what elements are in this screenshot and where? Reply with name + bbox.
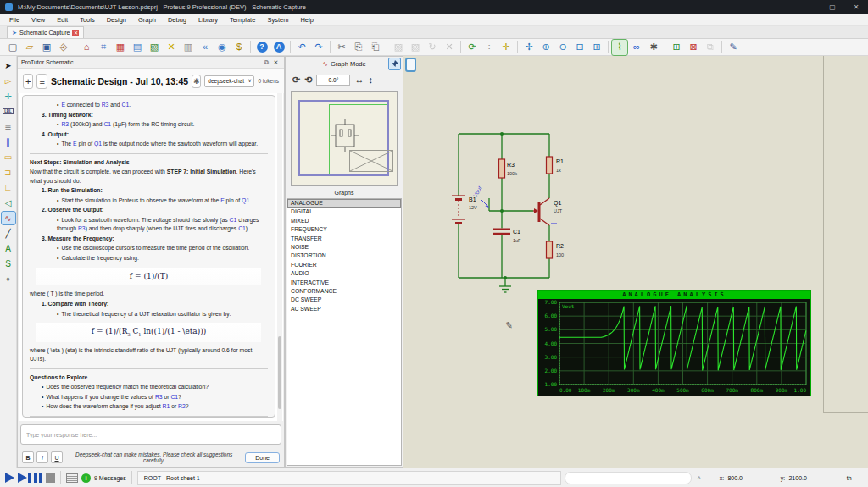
text-script-mode-button[interactable]: ≣ [2, 120, 15, 133]
rotate-cw-button[interactable]: ⟳ [292, 75, 300, 86]
selection-mode-button[interactable]: ➤ [2, 59, 15, 72]
terminal-mode-button[interactable]: ⊐ [2, 166, 15, 179]
mirror-vertical-button[interactable]: ↕ [368, 75, 373, 85]
component-battery-b1[interactable]: B1 12V [452, 196, 477, 224]
close-panel-icon[interactable]: ✕ [271, 59, 281, 66]
bold-button[interactable]: B [22, 451, 34, 463]
pan-button[interactable]: ✢ [521, 40, 537, 55]
minimize-button[interactable]: — [797, 0, 821, 14]
schematic-canvas[interactable]: B1 12V R3 100k R1 1k [403, 56, 868, 468]
wire-autorouter-button[interactable]: ⌇ [612, 40, 627, 55]
block-delete-button[interactable]: ✕ [442, 40, 457, 55]
command-strip[interactable] [565, 472, 692, 484]
graph-type-conformance[interactable]: CONFORMANCE [287, 287, 401, 296]
component-resistor-r2[interactable]: R2 100 [547, 241, 565, 258]
step-button[interactable] [18, 473, 31, 483]
menu-file[interactable]: File [3, 14, 25, 26]
graph-mode-button[interactable]: ∿ [2, 212, 15, 224]
component-ujt-q1[interactable]: Q1 UJT [533, 198, 563, 227]
rotation-angle-field[interactable] [316, 75, 350, 86]
tab-schematic-capture[interactable]: ➤ Schematic Capture ✕ [7, 26, 84, 38]
redraw-button[interactable]: ⟳ [465, 40, 480, 55]
redo-button[interactable]: ↷ [311, 40, 326, 55]
remove-sheet-button[interactable]: ⊠ [686, 40, 701, 55]
stop-button[interactable] [46, 473, 55, 483]
help-button[interactable]: ? [254, 40, 270, 55]
simulation-log-icon[interactable] [66, 473, 78, 483]
close-button[interactable]: ✕ [844, 0, 868, 14]
generator-mode-button[interactable]: ◁ [2, 196, 15, 209]
menu-graph[interactable]: Graph [132, 14, 162, 26]
component-mode-button[interactable]: ▻ [2, 75, 15, 87]
origin-button[interactable]: ✛ [498, 40, 514, 55]
search-components-button[interactable]: ◉ [214, 40, 230, 55]
graph-type-mixed[interactable]: MIXED [287, 217, 401, 225]
import-project-button[interactable]: ⎆ [56, 40, 71, 55]
wire-label-mode-button[interactable]: LBL [2, 105, 15, 118]
zoom-in-button[interactable]: ⊕ [538, 40, 554, 55]
menu-tools[interactable]: Tools [74, 14, 101, 26]
graph-type-dc-sweep[interactable]: DC SWEEP [287, 296, 401, 304]
new-chat-button[interactable]: + [23, 74, 33, 89]
menu-debug[interactable]: Debug [162, 14, 192, 26]
graph-type-analogue[interactable]: ANALOGUE [287, 199, 401, 208]
menu-system[interactable]: System [261, 14, 294, 26]
pin-panel-button[interactable] [388, 58, 401, 70]
menu-edit[interactable]: Edit [51, 14, 74, 26]
float-panel-icon[interactable]: ⧉ [262, 59, 271, 66]
done-button[interactable]: Done [245, 452, 280, 463]
2d-text-mode-button[interactable]: A [2, 242, 15, 255]
voltage-probe-vout[interactable]: Vout [472, 185, 489, 208]
response-input[interactable] [20, 424, 281, 445]
schematic-overview-preview[interactable] [291, 91, 398, 186]
chat-scrollbar[interactable] [277, 93, 282, 421]
ground-symbol[interactable] [499, 286, 511, 292]
expand-caret-icon[interactable]: ^ [695, 475, 704, 481]
search-tag-button[interactable]: ∞ [629, 40, 644, 55]
new-page-button[interactable]: ▥ [181, 40, 196, 55]
grid-toggle-button[interactable]: ⁘ [481, 40, 497, 55]
design-explorer-button[interactable]: ▤ [130, 40, 145, 55]
analogue-analysis-graph[interactable]: ANALOGUE ANALYSIS 7.006.005.004.003.002.… [537, 290, 811, 396]
graph-type-fourier[interactable]: FOURIER [287, 261, 401, 269]
chat-menu-button[interactable]: ≡ [36, 74, 47, 89]
graph-type-interactive[interactable]: INTERACTIVE [287, 279, 401, 287]
ai-assistant-button[interactable]: A [271, 40, 287, 55]
3d-viewer-button[interactable]: ▧ [147, 40, 162, 55]
pause-button[interactable] [34, 473, 43, 483]
graph-type-noise[interactable]: NOISE [287, 243, 401, 252]
2d-symbol-mode-button[interactable]: S [2, 257, 15, 270]
graph-type-frequency[interactable]: FREQUENCY [287, 225, 401, 234]
schematic-capture-button[interactable]: ⌗ [96, 40, 111, 55]
rotate-ccw-button[interactable]: ⟲ [304, 75, 312, 86]
save-project-button[interactable]: ▣ [39, 40, 54, 55]
graph-type-distortion[interactable]: DISTORTION [287, 252, 401, 260]
menu-library[interactable]: Library [192, 14, 224, 26]
menu-help[interactable]: Help [294, 14, 319, 26]
undo-button[interactable]: ↶ [294, 40, 309, 55]
zoom-out-button[interactable]: ⊖ [555, 40, 570, 55]
device-pin-mode-button[interactable]: ∟ [2, 181, 15, 194]
marker-mode-button[interactable]: ⌖ [2, 273, 15, 285]
play-button[interactable] [5, 473, 14, 483]
gerber-viewer-button[interactable]: ✕ [164, 40, 179, 55]
maximize-button[interactable]: ▢ [821, 0, 844, 14]
property-assignment-button[interactable]: ✱ [646, 40, 661, 55]
junction-dot-mode-button[interactable]: ✛ [2, 90, 15, 102]
bus-mode-button[interactable]: ∥ [2, 136, 15, 148]
menu-view[interactable]: View [25, 14, 51, 26]
new-sheet-button[interactable]: ⊞ [669, 40, 684, 55]
graph-type-audio[interactable]: AUDIO [287, 269, 401, 278]
block-copy-button[interactable]: ▨ [391, 40, 406, 55]
block-rotate-button[interactable]: ↻ [425, 40, 440, 55]
goto-sheet-button[interactable]: ⧉ [703, 40, 718, 55]
menu-template[interactable]: Template [224, 14, 261, 26]
model-select[interactable]: deepseek-chat ˅ [204, 75, 254, 87]
component-capacitor-c1[interactable]: C1 1uF [493, 229, 521, 244]
paste-button[interactable]: ⎗ [368, 40, 383, 55]
pcb-layout-button[interactable]: ▦ [113, 40, 128, 55]
info-icon[interactable]: i [81, 473, 91, 483]
zoom-area-button[interactable]: ⊡ [572, 40, 587, 55]
mirror-horizontal-button[interactable]: ↔ [354, 75, 364, 85]
copy-button[interactable]: ⎘ [351, 40, 366, 55]
